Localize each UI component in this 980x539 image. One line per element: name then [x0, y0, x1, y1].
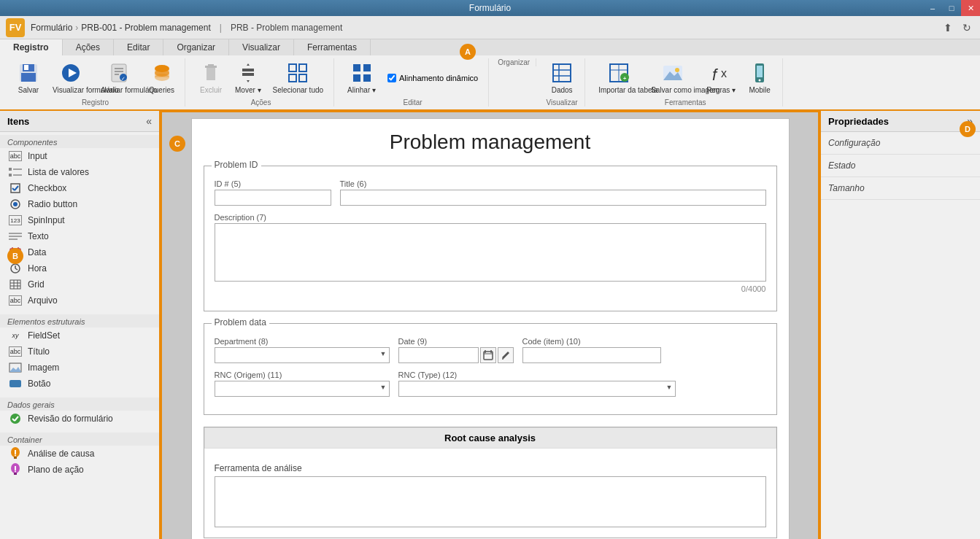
- code-input[interactable]: [522, 347, 661, 363]
- ribbon-group-ferramentas-buttons: + Importar da tabela Salvar como imagem: [594, 58, 776, 97]
- form-row-dept-date-code: Department (8) Date (9): [215, 337, 766, 363]
- sidebar-item-grid[interactable]: Grid: [0, 276, 159, 292]
- botao-icon: [9, 379, 22, 389]
- importar-button[interactable]: + Importar da tabela: [594, 58, 644, 97]
- description-label: Description (7): [215, 213, 766, 222]
- sidebar-item-arquivo[interactable]: abc Arquivo: [0, 292, 159, 309]
- sidebar-item-botao[interactable]: Botão: [0, 376, 159, 392]
- svg-point-56: [13, 202, 18, 206]
- sidebar-item-hora[interactable]: Hora: [0, 260, 159, 276]
- salvar-imagem-icon: [661, 61, 684, 85]
- regras-button[interactable]: f x Regras ▾: [702, 58, 740, 97]
- svg-marker-22: [247, 80, 250, 82]
- svg-rect-27: [353, 64, 360, 71]
- svg-rect-50: [9, 174, 12, 177]
- mobile-button[interactable]: Mobile: [743, 58, 776, 97]
- problem-data-legend: Problem data: [212, 317, 269, 327]
- mover-button[interactable]: Mover ▾: [231, 58, 266, 97]
- sidebar-item-fieldset[interactable]: xy FieldSet: [0, 327, 159, 344]
- sidebar-item-revisao[interactable]: Revisão do formulário: [0, 411, 159, 427]
- rnc-origem-select[interactable]: [215, 381, 390, 397]
- alinhamento-dinamico-row: Alinhamento dinâmico: [387, 72, 478, 84]
- tab-bar: FV Formulário › PRB-001 - Problem manage…: [0, 16, 980, 39]
- sidebar-item-imagem[interactable]: Imagem: [0, 360, 159, 376]
- props-section-tamanho[interactable]: Tamanho: [821, 177, 980, 200]
- maximize-button[interactable]: □: [942, 0, 961, 16]
- tab-ferramentas[interactable]: Ferramentas: [294, 39, 371, 55]
- salvar-imagem-button[interactable]: Salvar como imagem: [647, 58, 699, 97]
- tab-refresh-button[interactable]: ↻: [960, 20, 974, 35]
- svg-rect-18: [208, 64, 214, 66]
- avaliar-button[interactable]: ✓ Avaliar formulário: [96, 58, 142, 97]
- titulo-icon: abc: [9, 346, 22, 357]
- tab-organizar[interactable]: Organizar: [163, 39, 229, 55]
- dados-icon: [550, 61, 574, 85]
- sidebar-item-lista-valores[interactable]: Lista de valores: [0, 164, 159, 180]
- sidebar-item-radio-button[interactable]: Radio button: [0, 196, 159, 212]
- selecionar-button[interactable]: Selecionar tudo: [269, 58, 328, 97]
- form-row-id-title: ID # (5) Title (6): [215, 179, 766, 206]
- minimize-button[interactable]: –: [923, 0, 942, 16]
- svg-point-47: [759, 80, 761, 82]
- sidebar-collapse-button[interactable]: «: [146, 115, 152, 127]
- salvar-button[interactable]: Salvar: [12, 58, 45, 97]
- ferramenta-textarea[interactable]: [215, 476, 766, 527]
- salvar-label: Salvar: [18, 86, 39, 94]
- lista-icon: [9, 167, 22, 177]
- queries-button[interactable]: Queries: [144, 58, 179, 97]
- breadcrumb: Formulário › PRB-001 - Problem managemen…: [31, 23, 342, 33]
- id-label: ID # (5): [215, 179, 331, 188]
- sidebar-item-analise-causa[interactable]: Análise de causa: [0, 446, 159, 462]
- props-section-configuracao[interactable]: Configuração: [821, 132, 980, 155]
- visualizar-button[interactable]: Visualizar formulário: [48, 58, 93, 97]
- code-label: Code (item) (10): [522, 337, 661, 346]
- ribbon-group-visualizar-buttons: Dados: [545, 58, 579, 97]
- ribbon-group-editar-buttons: Alinhar ▾ Alinhamento dinâmico: [343, 58, 482, 97]
- tab-visualizar[interactable]: Visualizar: [229, 39, 294, 55]
- id-input[interactable]: [215, 190, 331, 206]
- sidebar-item-input[interactable]: abc Input: [0, 148, 159, 164]
- sidebar-item-plano-acao[interactable]: Plano de ação: [0, 462, 159, 478]
- rnc-type-select-wrapper: [398, 381, 676, 397]
- tab-pin-button[interactable]: ⬆: [941, 20, 955, 35]
- dados-button[interactable]: Dados: [545, 58, 579, 97]
- tab-editar[interactable]: Editar: [114, 39, 163, 55]
- description-textarea[interactable]: [215, 223, 766, 282]
- tab-acoes[interactable]: Ações: [63, 39, 114, 55]
- date-input[interactable]: [398, 347, 479, 363]
- fieldset-icon: xy: [9, 330, 22, 341]
- sidebar-item-data[interactable]: Data: [0, 244, 159, 260]
- dados-gerais-label: Dados gerais: [0, 398, 159, 411]
- importar-label: Importar da tabela: [598, 86, 639, 94]
- svg-rect-74: [9, 380, 21, 387]
- svg-rect-79: [14, 457, 17, 459]
- title-input[interactable]: [340, 190, 766, 206]
- alinhamento-dinamico-checkbox[interactable]: [387, 74, 396, 82]
- mover-icon: [236, 61, 260, 85]
- properties-panel: D Propriedades » Configuração Estado Tam…: [819, 111, 980, 539]
- problem-id-legend: Problem ID: [212, 160, 261, 170]
- form-title: Problem management: [204, 131, 777, 154]
- sidebar-item-spininput[interactable]: 123 SpinInput: [0, 212, 159, 228]
- sidebar-item-texto[interactable]: Texto: [0, 228, 159, 244]
- excluir-button[interactable]: Excluir: [194, 58, 228, 97]
- calendar-button[interactable]: [480, 347, 496, 363]
- breadcrumb-item-2[interactable]: PRB-001 - Problem management: [81, 23, 210, 33]
- alinhamento-dinamico-label: Alinhamento dinâmico: [399, 74, 478, 82]
- props-section-estado[interactable]: Estado: [821, 155, 980, 177]
- breadcrumb-item-1[interactable]: Formulário: [31, 23, 72, 33]
- sidebar-item-checkbox[interactable]: Checkbox: [0, 180, 159, 196]
- close-button[interactable]: ✕: [961, 0, 980, 16]
- sidebar-item-titulo[interactable]: abc Título: [0, 344, 159, 360]
- alinhar-button[interactable]: Alinhar ▾: [343, 58, 380, 97]
- department-select[interactable]: [215, 347, 390, 363]
- rnc-type-select[interactable]: [398, 381, 676, 397]
- date-edit-button[interactable]: [498, 347, 514, 363]
- department-field-wrapper: Department (8): [215, 337, 390, 363]
- ribbon-group-acoes-buttons: Excluir Mover ▾: [194, 58, 328, 97]
- rnc-type-wrapper: RNC (Type) (12): [398, 371, 676, 397]
- tab-registro[interactable]: Registro: [0, 39, 63, 55]
- ribbon-group-ferramentas: + Importar da tabela Salvar como imagem: [588, 58, 783, 106]
- visualizar-label: Visualizar formulário: [53, 86, 89, 94]
- ribbon-ferramentas-section: Ferramentas: [665, 98, 706, 106]
